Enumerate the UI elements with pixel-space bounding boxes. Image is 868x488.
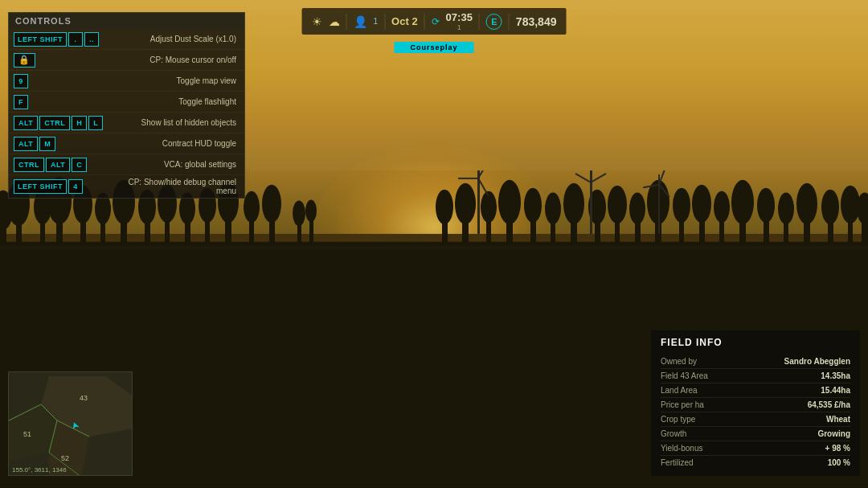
svg-text:52: 52	[61, 454, 69, 462]
courseplay-bar: Courseplay	[394, 42, 473, 53]
svg-text:43: 43	[80, 394, 88, 402]
key-ctrl-1: CTRL	[39, 116, 70, 130]
key-leftshift-1: LEFT SHIFT	[14, 179, 67, 194]
hud-energy: E	[486, 14, 502, 30]
field-value-5: Growing	[817, 429, 850, 438]
key-ctrl-2: CTRL	[14, 158, 44, 172]
key-group-5: ALT M	[14, 137, 110, 151]
field-info-panel: FIELD INFO Owned bySandro AbegglenField …	[651, 330, 860, 476]
controls-title: CONTROLS	[9, 13, 244, 29]
field-label-3: Price per ha	[661, 400, 704, 409]
control-row-4: ALT CTRL H L Show list of hidden objects	[9, 113, 244, 133]
control-row-5: ALT M Contract HUD toggle	[9, 133, 244, 154]
key-dot: .	[68, 32, 83, 47]
field-info-row-4: Crop typeWheat	[661, 412, 850, 427]
control-desc-0: Adjust Dust Scale (x1.0)	[110, 35, 240, 43]
key-c: C	[72, 158, 87, 172]
control-desc-1: CP: Mouse cursor on/off	[110, 55, 240, 64]
field-value-0: Sandro Abegglen	[784, 357, 850, 366]
key-group-2: 9	[14, 74, 110, 88]
hud-sep-4	[479, 14, 480, 30]
minimap-coords: 155.0°, 3611, 1346	[12, 466, 67, 474]
key-lock: 🔒	[14, 53, 35, 68]
hud-time-sub: 1	[457, 23, 461, 31]
key-alt-1: ALT	[14, 116, 38, 130]
key-9: 9	[14, 74, 28, 88]
field-value-4: Wheat	[826, 415, 850, 424]
weather-sun-icon: ☀	[312, 15, 322, 28]
hud-money: 783,849	[516, 15, 557, 28]
field-label-2: Land Area	[661, 386, 698, 395]
key-group-4: ALT CTRL H L	[14, 116, 110, 130]
field-info-row-6: Yield-bonus+ 98 %	[661, 441, 850, 456]
field-info-row-7: Fertilized100 %	[661, 456, 850, 470]
field-info-rows: Owned bySandro AbegglenField 43 Area14.3…	[661, 355, 850, 470]
field-info-row-3: Price per ha64,535 £/ha	[661, 398, 850, 412]
field-label-1: Field 43 Area	[661, 371, 708, 380]
hud-date: Oct 2	[391, 15, 418, 27]
hud-sep-3	[424, 14, 425, 30]
key-l: L	[88, 116, 103, 130]
field-value-7: 100 %	[828, 458, 850, 467]
field-value-2: 15.44ha	[821, 386, 850, 395]
key-leftshift-0: LEFT SHIFT	[14, 32, 67, 47]
key-group-0: LEFT SHIFT . ..	[14, 32, 110, 47]
hud-sep-1	[346, 14, 347, 30]
key-group-7: LEFT SHIFT 4	[14, 179, 110, 194]
field-value-1: 14.35ha	[821, 371, 850, 380]
field-info-row-0: Owned bySandro Abegglen	[661, 355, 850, 369]
key-dotdot: ..	[84, 32, 99, 47]
controls-panel: CONTROLS LEFT SHIFT . .. Adjust Dust Sca…	[8, 12, 245, 199]
control-desc-7: CP: Show/hide debug channel menu	[110, 178, 240, 195]
hud-sep-5	[509, 14, 510, 30]
minimap-svg: 43 51 52	[9, 372, 133, 476]
key-group-1: 🔒	[14, 53, 110, 68]
key-4: 4	[68, 179, 83, 194]
field-label-6: Yield-bonus	[661, 444, 702, 453]
field-info-title: FIELD INFO	[661, 337, 850, 348]
control-desc-4: Show list of hidden objects	[110, 118, 240, 127]
control-row-1: 🔒 CP: Mouse cursor on/off	[9, 50, 244, 71]
control-row-2: 9 Toggle map view	[9, 71, 244, 92]
svg-text:51: 51	[23, 430, 31, 438]
minimap[interactable]: 43 51 52 155.0°, 3611, 1346	[8, 371, 133, 476]
key-h: H	[72, 116, 87, 130]
hud-sep-2	[384, 14, 385, 30]
field-label-5: Growth	[661, 429, 686, 438]
control-desc-5: Contract HUD toggle	[110, 139, 240, 148]
control-desc-3: Toggle flashlight	[110, 97, 240, 106]
control-desc-2: Toggle map view	[110, 76, 240, 85]
control-row-6: CTRL ALT C VCA: global settings	[9, 154, 244, 175]
field-value-6: + 98 %	[825, 444, 850, 453]
weather-cloud-icon: ☁	[329, 15, 340, 28]
key-f: F	[14, 95, 28, 109]
minimap-canvas: 43 51 52 155.0°, 3611, 1346	[9, 372, 132, 475]
key-m: M	[39, 137, 55, 151]
control-row-0: LEFT SHIFT . .. Adjust Dust Scale (x1.0)	[9, 29, 244, 50]
time-icon: ⟳	[432, 16, 440, 27]
key-group-3: F	[14, 95, 110, 109]
top-hud: ☀ ☁ 👤 1 Oct 2 ⟳ 07:35 1 E 783,849	[302, 8, 567, 35]
hud-time: 07:35	[446, 11, 473, 23]
sun-glow	[313, 146, 555, 307]
key-alt-3: ALT	[46, 158, 70, 172]
field-label-0: Owned by	[661, 357, 697, 366]
control-row-7: LEFT SHIFT 4 CP: Show/hide debug channel…	[9, 175, 244, 198]
field-info-row-1: Field 43 Area14.35ha	[661, 369, 850, 383]
person-count: 1	[374, 17, 379, 26]
key-alt-2: ALT	[14, 137, 38, 151]
person-icon: 👤	[354, 15, 367, 28]
field-label-4: Crop type	[661, 415, 695, 424]
control-row-3: F Toggle flashlight	[9, 92, 244, 113]
control-desc-6: VCA: global settings	[110, 160, 240, 169]
field-info-row-5: GrowthGrowing	[661, 427, 850, 441]
field-label-7: Fertilized	[661, 458, 694, 467]
key-group-6: CTRL ALT C	[14, 158, 110, 172]
field-info-row-2: Land Area15.44ha	[661, 383, 850, 398]
field-value-3: 64,535 £/ha	[808, 400, 850, 409]
